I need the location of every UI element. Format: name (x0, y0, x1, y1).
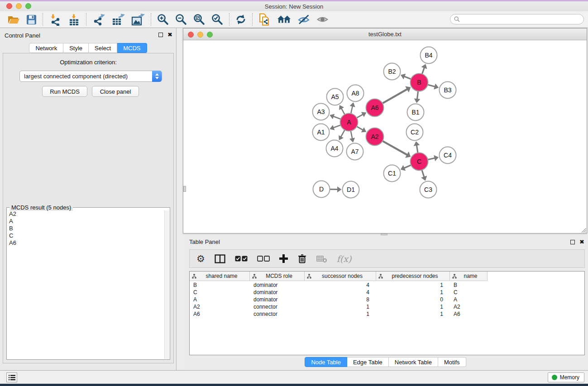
export-table-button[interactable] (109, 12, 128, 27)
table-cell[interactable]: connector (250, 310, 305, 318)
select-stepper-icon[interactable] (152, 71, 162, 82)
result-scrollbar[interactable] (164, 210, 169, 359)
table-cell[interactable]: A2 (190, 303, 250, 310)
tab-style[interactable]: Style (63, 43, 89, 53)
export-network-button[interactable] (89, 12, 109, 27)
table-cell[interactable]: A (190, 296, 250, 303)
table-cell[interactable]: dominator (250, 289, 305, 296)
mcds-result-list[interactable]: A2ABCA6 (7, 210, 164, 359)
task-history-button[interactable] (6, 372, 17, 382)
tab-mcds[interactable]: MCDS (117, 43, 147, 53)
float-table-panel-icon[interactable] (570, 240, 575, 244)
delete-table-icon[interactable] (316, 255, 327, 263)
close-table-panel-icon[interactable]: ✖ (579, 240, 584, 244)
table-cell[interactable]: 4 (305, 281, 376, 289)
table-cell[interactable]: 0 (376, 296, 450, 303)
table-cell[interactable]: C (190, 289, 250, 296)
close-window-button[interactable] (6, 3, 12, 9)
show-all-networks-button[interactable] (274, 12, 294, 27)
zoom-network-window-button[interactable] (207, 32, 213, 38)
table-cell[interactable]: 1 (376, 310, 450, 318)
table-cell[interactable]: A2 (450, 303, 488, 310)
table-cell[interactable]: 4 (305, 289, 376, 296)
memory-button[interactable]: Memory (548, 372, 584, 382)
column-header-MCDS-role[interactable]: MCDS role (250, 272, 305, 281)
edge-arrowhead (434, 155, 439, 161)
table-row[interactable]: Cdominator41C (190, 289, 584, 296)
run-mcds-button[interactable]: Run MCDS (42, 86, 87, 97)
table-cell[interactable]: B (190, 281, 250, 289)
table-row[interactable]: A6connector11A6 (190, 310, 584, 318)
tab-node-table[interactable]: Node Table (305, 357, 347, 367)
table-cell[interactable]: A (450, 296, 488, 303)
table-cell[interactable]: C (450, 289, 488, 296)
export-image-button[interactable] (128, 12, 148, 27)
import-network-button[interactable] (46, 12, 65, 27)
hide-network-view-button[interactable] (294, 12, 313, 27)
table-row[interactable]: Adominator80A (190, 296, 584, 303)
table-cell[interactable]: 8 (305, 296, 376, 303)
float-panel-icon[interactable] (158, 33, 163, 37)
zoom-in-button[interactable] (154, 12, 172, 27)
minimize-window-button[interactable] (16, 3, 22, 9)
result-item[interactable]: B (9, 225, 164, 232)
zoom-out-button[interactable] (172, 12, 190, 27)
table-cell[interactable]: A6 (450, 310, 488, 318)
network-canvas[interactable]: B4B2BB3A5A8A6B1A3AC2A1A2A4A7C4CC1C3DD1 (183, 40, 587, 233)
save-session-button[interactable] (23, 12, 40, 27)
table-settings-gear-icon[interactable]: ⚙ (196, 254, 205, 263)
show-network-view-button[interactable] (313, 12, 332, 27)
tab-select[interactable]: Select (89, 43, 117, 53)
criterion-select[interactable]: largest connected component (directed) (19, 71, 162, 82)
canvas-scrollbar-thumb[interactable] (183, 186, 186, 192)
close-network-window-button[interactable] (188, 32, 194, 38)
function-builder-button[interactable]: f(x) (337, 254, 352, 264)
zoom-selected-button[interactable] (208, 12, 226, 27)
split-table-view-icon[interactable] (215, 254, 225, 263)
clone-network-button[interactable] (255, 12, 274, 27)
result-item[interactable]: A (9, 218, 164, 225)
result-item[interactable]: A6 (9, 239, 164, 247)
table-cell[interactable]: 1 (305, 310, 376, 318)
table-row[interactable]: A2connector11A2 (190, 303, 584, 310)
import-table-button[interactable] (65, 12, 83, 27)
deselect-all-icon[interactable] (257, 256, 270, 262)
table-cell[interactable]: 1 (376, 281, 450, 289)
minimize-network-window-button[interactable] (197, 32, 203, 38)
refresh-view-button[interactable] (232, 12, 249, 27)
resize-grip-icon[interactable] (580, 227, 586, 233)
network-graph: B4B2BB3A5A8A6B1A3AC2A1A2A4A7C4CC1C3DD1 (183, 40, 587, 233)
tab-edge-table[interactable]: Edge Table (347, 357, 389, 367)
delete-column-trash-icon[interactable] (297, 254, 307, 263)
table-cell[interactable]: connector (250, 303, 305, 310)
tab-motifs[interactable]: Motifs (438, 357, 466, 367)
table-cell[interactable]: 1 (376, 303, 450, 310)
result-item[interactable]: C (9, 232, 164, 239)
open-session-button[interactable] (5, 12, 23, 27)
column-header-predecessor-nodes[interactable]: predecessor nodes (376, 272, 450, 281)
close-panel-button[interactable]: Close panel (92, 86, 139, 97)
network-window-titlebar[interactable]: testGlobe.txt (183, 29, 587, 40)
table-header-row: shared nameMCDS rolesuccessor nodesprede… (190, 272, 488, 281)
result-item[interactable]: A2 (9, 210, 164, 218)
table-cell[interactable]: B (450, 281, 488, 289)
column-header-name[interactable]: name (450, 272, 488, 281)
zoom-window-button[interactable] (25, 3, 31, 9)
table-cell[interactable]: A6 (190, 310, 250, 318)
column-header-successor-nodes[interactable]: successor nodes (305, 272, 376, 281)
table-cell[interactable]: dominator (250, 296, 305, 303)
table-cell[interactable]: 1 (376, 289, 450, 296)
column-header-shared-name[interactable]: shared name (190, 272, 250, 281)
table-cell[interactable]: dominator (250, 281, 305, 289)
zoom-fit-button[interactable] (190, 12, 208, 27)
graph-node-label-A1: A1 (317, 129, 325, 136)
tab-network[interactable]: Network (29, 43, 63, 53)
search-input[interactable] (450, 14, 584, 24)
add-column-icon[interactable] (279, 254, 288, 263)
table-row[interactable]: Bdominator41B (190, 281, 584, 289)
zoom-out-icon (175, 14, 187, 25)
select-all-icon[interactable] (235, 256, 248, 262)
tab-network-table[interactable]: Network Table (389, 357, 438, 367)
table-cell[interactable]: 1 (305, 303, 376, 310)
close-panel-icon[interactable]: ✖ (167, 33, 172, 37)
